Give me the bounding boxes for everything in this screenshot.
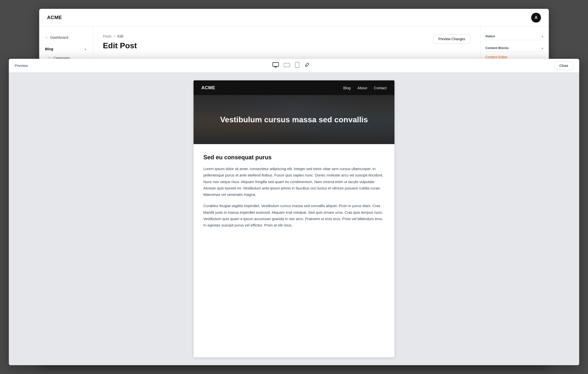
breadcrumb-posts[interactable]: Posts [103, 34, 111, 38]
page-header-row: Posts > Edit Edit Post Preview Changes [103, 34, 470, 57]
tablet-portrait-icon[interactable] [295, 62, 299, 69]
sidebar-item-dashboard[interactable]: ⌂ Dashboard [39, 32, 93, 42]
hero-section: Vestibulum cursus massa sed convallis [194, 95, 394, 144]
preview-device-icons [272, 62, 310, 69]
nav-link-contact[interactable]: Contact [374, 86, 387, 90]
svg-rect-1 [284, 63, 290, 67]
right-panel-header-2: Content Blocks ▲ [485, 44, 544, 52]
post-para-2: Curabitur feugiat sagittis imperdiet. Ve… [203, 203, 385, 228]
tablet-landscape-icon[interactable] [284, 62, 290, 69]
preview-changes-button[interactable]: Preview Changes [433, 34, 470, 44]
preview-overlay: Preview [9, 59, 579, 365]
app-logo: ACME [47, 15, 62, 20]
chevron-up-icon-panel2: ▲ [541, 46, 544, 50]
right-panel-header-1: Status ▲ [485, 32, 544, 40]
post-content: Sed eu consequat purus Lorem ipsum dolor… [194, 144, 394, 243]
desktop-icon[interactable] [272, 62, 279, 69]
post-heading: Sed eu consequat purus [203, 154, 385, 161]
right-panel-section-1: Status ▲ [485, 32, 544, 40]
blog-section-label: Blog [45, 47, 53, 51]
right-panel-title-1: Status [485, 34, 495, 38]
content-editor-link[interactable]: Content Editor [485, 55, 507, 59]
page-title: Edit Post [103, 41, 137, 50]
post-para-1: Lorem ipsum dolor sit amet, consectetur … [203, 166, 385, 198]
svg-rect-3 [295, 62, 299, 68]
chevron-up-icon: ▲ [84, 47, 87, 51]
right-panel-title-2: Content Blocks [485, 46, 509, 50]
nav-link-about[interactable]: About [357, 86, 367, 90]
breadcrumb-edit: Edit [117, 34, 123, 38]
site-nav: ACME Blog About Contact [194, 80, 394, 95]
preview-label: Preview [15, 63, 28, 68]
nav-link-blog[interactable]: Blog [343, 86, 351, 90]
preview-content: ACME Blog About Contact Vestibulum cursu… [9, 73, 579, 365]
paint-icon[interactable] [304, 62, 310, 69]
home-icon: ⌂ [45, 35, 48, 40]
preview-site: ACME Blog About Contact Vestibulum cursu… [194, 80, 394, 357]
site-logo: ACME [201, 85, 215, 90]
avatar[interactable]: A [531, 13, 541, 23]
svg-point-4 [297, 67, 297, 67]
site-nav-links: Blog About Contact [343, 86, 387, 90]
page-header-left: Posts > Edit Edit Post [103, 34, 137, 57]
preview-close-button[interactable]: Close [554, 62, 573, 70]
breadcrumb: Posts > Edit [103, 34, 137, 38]
chevron-up-icon-panel1: ▲ [541, 35, 544, 38]
top-bar: ACME A [39, 9, 549, 26]
preview-toolbar: Preview [9, 59, 579, 73]
svg-point-2 [289, 65, 290, 65]
hero-title: Vestibulum cursus massa sed convallis [212, 115, 376, 124]
breadcrumb-sep: > [113, 34, 115, 38]
svg-rect-0 [273, 62, 279, 66]
sidebar-item-dashboard-label: Dashboard [50, 35, 68, 39]
sidebar-section-blog-header[interactable]: Blog ▲ [39, 44, 93, 53]
